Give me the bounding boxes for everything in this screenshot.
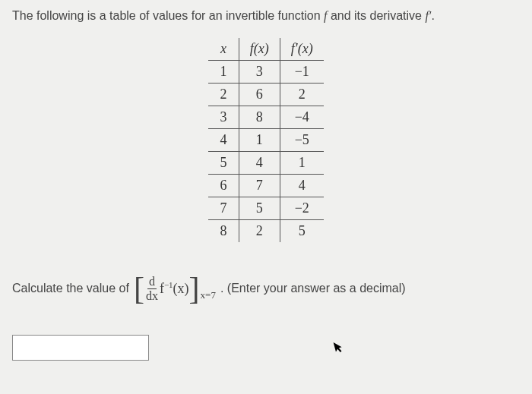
right-bracket: ] xyxy=(189,273,200,304)
table-row: 7 5 −2 xyxy=(208,197,323,220)
problem-text-pre: The following is a table of values for a… xyxy=(12,9,324,22)
fraction: d dx xyxy=(146,276,158,302)
calc-suffix: . (Enter your answer as a decimal) xyxy=(220,282,406,295)
table-row: 3 8 −4 xyxy=(208,106,323,129)
problem-text-mid: and its derivative xyxy=(327,9,425,22)
problem-text-end: . xyxy=(431,9,434,22)
table-row: 6 7 4 xyxy=(208,175,323,197)
formula: [ d dx f−1(x) ] x=7 xyxy=(134,273,216,304)
table-row: 4 1 −5 xyxy=(208,129,323,152)
function-table: x f(x) f′(x) 1 3 −1 2 6 2 3 8 −4 4 xyxy=(208,38,323,242)
calc-prefix: Calculate the value of xyxy=(12,282,129,295)
table-row: 5 4 1 xyxy=(208,152,323,175)
problem-statement: The following is a table of values for a… xyxy=(12,9,520,23)
evaluation-point: x=7 xyxy=(201,289,216,301)
left-bracket: [ xyxy=(134,273,144,304)
table-row: 1 3 −1 xyxy=(208,61,323,84)
header-fx: f(x) xyxy=(239,38,280,61)
cursor-icon xyxy=(332,339,347,358)
table-row: 8 2 5 xyxy=(208,220,323,243)
answer-input[interactable] xyxy=(12,335,149,361)
calculate-prompt: Calculate the value of [ d dx f−1(x) ] x… xyxy=(12,273,520,304)
header-x: x xyxy=(208,38,239,61)
table-container: x f(x) f′(x) 1 3 −1 2 6 2 3 8 −4 4 xyxy=(12,38,520,242)
frac-denom: dx xyxy=(146,289,158,302)
header-fpx: f′(x) xyxy=(280,38,323,61)
table-row: 2 6 2 xyxy=(208,84,323,106)
inverse-function: f−1(x) xyxy=(160,280,189,297)
frac-numer: d xyxy=(147,276,157,289)
